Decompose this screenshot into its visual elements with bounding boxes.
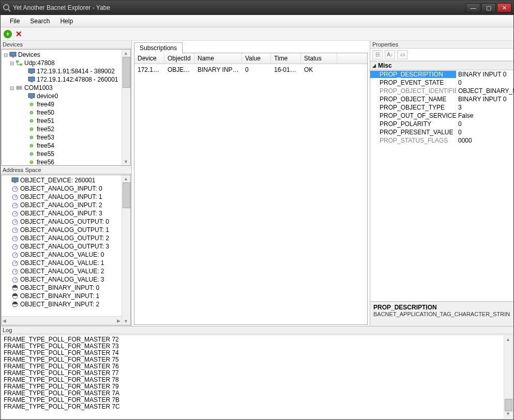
tree-item-label: OBJECT_ANALOG_OUTPUT: 1 (19, 226, 109, 234)
maximize-button[interactable]: ▢ (481, 3, 496, 12)
svg-rect-10 (17, 86, 22, 89)
address-item-8[interactable]: OBJECT_ANALOG_OUTPUT: 3 (2, 242, 130, 251)
tree-item-label: free50 (36, 109, 54, 116)
tree-udp-node[interactable]: ⊟Udp:47808 (2, 59, 130, 67)
tree-device-1[interactable]: 172.19.1.142:47808 - 260001 (2, 75, 130, 84)
address-item-13[interactable]: OBJECT_BINARY_INPUT: 0 (2, 284, 130, 292)
close-button[interactable]: ✕ (497, 3, 511, 12)
col-header-value[interactable]: Value (242, 53, 271, 64)
tree-com-child-6[interactable]: free54 (2, 142, 130, 150)
tree-icon (11, 194, 19, 200)
table-row[interactable]: 172.19.1...OBJEC...BINARY INPU...016-01-… (134, 64, 367, 75)
prop-row-prop_status_flags[interactable]: PROP_STATUS_FLAGS0000 (370, 136, 513, 145)
log-text[interactable]: FRAME_TYPE_POLL_FOR_MASTER 72FRAME_TYPE_… (1, 335, 513, 419)
tree-item-label: OBJECT_ANALOG_INPUT: 1 (19, 193, 102, 200)
prop-row-prop_object_name[interactable]: PROP_OBJECT_NAMEBINARY INPUT 0 (370, 95, 513, 103)
tree-item-label: OBJECT_BINARY_INPUT: 2 (19, 301, 99, 308)
tree-icon (27, 93, 36, 99)
devices-tree[interactable]: ⊟Devices⊟Udp:47808172.19.1.91:58414 - 38… (1, 49, 131, 166)
prop-row-prop_polarity[interactable]: PROP_POLARITY0 (370, 120, 513, 128)
col-header-status[interactable]: Status (301, 53, 337, 64)
tree-icon (11, 227, 19, 233)
tree-icon (27, 76, 36, 83)
tree-root-devices[interactable]: ⊟Devices (2, 51, 130, 59)
menu-file[interactable]: File (5, 17, 25, 26)
properties-grid[interactable]: ◢Misc PROP_DESCRIPTIONBINARY INPUT 0PROP… (370, 61, 513, 301)
tree-com-child-8[interactable]: free56 (2, 158, 130, 166)
address-item-5[interactable]: OBJECT_ANALOG_OUTPUT: 0 (2, 217, 130, 226)
col-header-name[interactable]: Name (194, 53, 242, 64)
subscriptions-grid[interactable]: DeviceObjectIdNameValueTimeStatus 172.19… (134, 53, 368, 325)
prop-row-prop_object_type[interactable]: PROP_OBJECT_TYPE3 (370, 103, 513, 112)
prop-category-misc[interactable]: ◢Misc (370, 61, 513, 70)
tree-com-child-7[interactable]: free55 (2, 150, 130, 158)
address-item-11[interactable]: OBJECT_ANALOG_VALUE: 2 (2, 267, 130, 275)
tree-icon (9, 52, 17, 58)
menu-help[interactable]: Help (55, 17, 78, 26)
address-space-scrollbar[interactable] (122, 175, 130, 325)
tree-item-label: Devices (17, 51, 40, 58)
expander-icon[interactable]: ⊟ (9, 60, 15, 66)
address-space-label: Address Space (1, 166, 131, 174)
tree-icon (11, 202, 19, 208)
prop-row-prop_out_of_service[interactable]: PROP_OUT_OF_SERVICEFalse (370, 112, 513, 120)
address-item-2[interactable]: OBJECT_ANALOG_INPUT: 1 (2, 193, 130, 201)
svg-rect-12 (20, 87, 21, 88)
address-item-0[interactable]: OBJECT_DEVICE: 260001 (2, 176, 130, 184)
col-header-objectid[interactable]: ObjectId (164, 53, 194, 64)
tree-icon (27, 126, 36, 132)
prop-alpha-button[interactable]: A↓ (385, 50, 395, 59)
tree-com-child-1[interactable]: free49 (2, 100, 130, 108)
col-header-time[interactable]: Time (271, 53, 301, 64)
tree-icon (11, 219, 19, 225)
tree-icon (11, 243, 19, 250)
tree-com-node[interactable]: ⊟COM1003 (2, 84, 130, 92)
prop-row-prop_present_value[interactable]: PROP_PRESENT_VALUE0 (370, 128, 513, 136)
address-item-6[interactable]: OBJECT_ANALOG_OUTPUT: 1 (2, 226, 130, 234)
address-item-9[interactable]: OBJECT_ANALOG_VALUE: 0 (2, 251, 130, 259)
tree-com-child-2[interactable]: free50 (2, 108, 130, 117)
tree-icon (15, 60, 23, 66)
prop-row-prop_event_state[interactable]: PROP_EVENT_STATE0 (370, 79, 513, 87)
prop-categorized-button[interactable]: ☷ (372, 50, 383, 59)
address-item-4[interactable]: OBJECT_ANALOG_INPUT: 3 (2, 209, 130, 217)
prop-pages-button[interactable]: ▭ (397, 50, 407, 59)
add-button[interactable]: + (4, 30, 12, 38)
address-item-12[interactable]: OBJECT_ANALOG_VALUE: 3 (2, 275, 130, 284)
minimize-button[interactable]: — (466, 3, 480, 12)
address-item-10[interactable]: OBJECT_ANALOG_VALUE: 1 (2, 259, 130, 267)
tab-subscriptions[interactable]: Subscriptions (134, 42, 183, 53)
prop-row-prop_description[interactable]: PROP_DESCRIPTIONBINARY INPUT 0 (370, 70, 513, 79)
tree-com-child-5[interactable]: free53 (2, 133, 130, 142)
col-header-device[interactable]: Device (134, 53, 164, 64)
address-item-1[interactable]: OBJECT_ANALOG_INPUT: 0 (2, 184, 130, 193)
svg-line-1 (8, 9, 10, 11)
address-item-7[interactable]: OBJECT_ANALOG_OUTPUT: 2 (2, 234, 130, 242)
address-item-15[interactable]: OBJECT_BINARY_INPUT: 2 (2, 300, 130, 308)
tree-icon (27, 68, 36, 74)
svg-rect-7 (31, 73, 33, 74)
address-space-tree[interactable]: OBJECT_DEVICE: 260001OBJECT_ANALOG_INPUT… (1, 175, 131, 325)
devices-scrollbar[interactable] (122, 50, 130, 165)
tree-device-0[interactable]: 172.19.1.91:58414 - 389002 (2, 67, 130, 75)
tree-com-child-3[interactable]: free51 (2, 117, 130, 125)
tree-com-child-4[interactable]: free52 (2, 125, 130, 133)
delete-button[interactable]: ✕ (15, 30, 22, 38)
menu-search[interactable]: Search (25, 17, 55, 26)
svg-point-20 (30, 144, 33, 147)
tree-item-label: free54 (36, 142, 54, 149)
log-scrollbar[interactable] (504, 335, 512, 418)
tree-icon (15, 85, 23, 91)
svg-rect-24 (14, 182, 16, 183)
tree-icon (27, 110, 36, 116)
svg-rect-6 (28, 69, 35, 73)
titlebar[interactable]: Yet Another Bacnet Explorer - Yabe — ▢ ✕ (1, 1, 513, 15)
tree-com-child-0[interactable]: device0 (2, 92, 130, 100)
expander-icon[interactable]: ⊟ (3, 52, 9, 58)
prop-row-prop_object_identifier[interactable]: PROP_OBJECT_IDENTIFIEROBJECT_BINARY_I (370, 87, 513, 95)
address-item-3[interactable]: OBJECT_ANALOG_INPUT: 2 (2, 201, 130, 209)
address-space-hscroll[interactable]: ◀▶ (2, 316, 122, 325)
tree-item-label: device0 (36, 92, 58, 100)
expander-icon[interactable]: ⊟ (9, 85, 15, 91)
address-item-14[interactable]: OBJECT_BINARY_INPUT: 1 (2, 292, 130, 300)
